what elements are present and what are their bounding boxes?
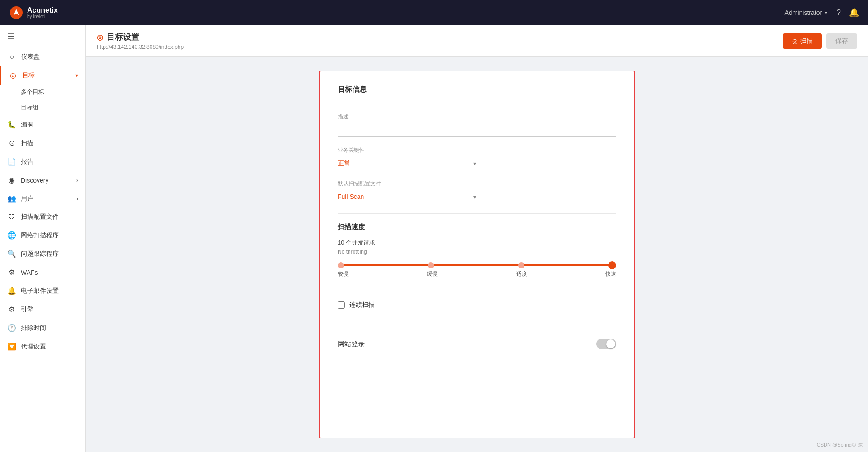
sidebar-label-proxy: 代理设置 — [21, 343, 46, 351]
continuous-scan-checkbox[interactable] — [338, 301, 345, 309]
business-label: 业务关键性 — [338, 146, 616, 154]
top-navigation: Acunetix by Invicti Administrator ▼ ? 🔔 — [0, 0, 868, 25]
continuous-scan-row: 连续扫描 — [338, 297, 616, 314]
description-input[interactable] — [338, 123, 616, 137]
admin-dropdown[interactable]: Administrator ▼ — [785, 9, 828, 16]
sidebar-item-scan[interactable]: ⊙ 扫描 — [0, 134, 85, 152]
acunetix-logo-icon — [9, 5, 24, 20]
sidebar-item-dashboard[interactable]: ○ 仪表盘 — [0, 48, 85, 66]
scan-profile-icon: 🛡 — [7, 213, 16, 221]
engine-icon: ⚙ — [7, 305, 16, 314]
settings-card: 目标信息 描述 业务关键性 低 正常 高 紧急 — [319, 71, 635, 438]
content-area: ◎ 目标设置 http://43.142.140.32:8080/index.p… — [86, 25, 868, 452]
sidebar-item-exclude-time[interactable]: 🕐 排除时间 — [0, 319, 85, 337]
sidebar-item-proxy[interactable]: 🔽 代理设置 — [0, 337, 85, 356]
business-select[interactable]: 低 正常 高 紧急 — [338, 157, 478, 170]
sidebar-item-network-scanner[interactable]: 🌐 网络扫描程序 — [0, 226, 85, 245]
sidebar-label-engine: 引擎 — [21, 306, 33, 314]
sidebar-item-multi-target[interactable]: 多个目标 — [0, 85, 85, 100]
sidebar-item-engine[interactable]: ⚙ 引擎 — [0, 300, 85, 319]
sidebar-item-discovery[interactable]: ◉ Discovery › — [0, 171, 85, 189]
page-url: http://43.142.140.32:8080/index.php — [97, 44, 184, 50]
network-icon: 🌐 — [7, 231, 16, 240]
issue-tracker-icon: 🔍 — [7, 250, 16, 258]
save-button-label: 保存 — [835, 37, 848, 44]
speed-label-slow: 较慢 — [338, 270, 349, 278]
continuous-scan-label: 连续扫描 — [349, 301, 375, 309]
sidebar-label-issue-tracker: 问题跟踪程序 — [21, 250, 59, 258]
page-title: ◎ 目标设置 — [97, 32, 184, 42]
scan-button[interactable]: ◎ 扫描 — [783, 33, 822, 49]
card-section-title: 目标信息 — [338, 85, 616, 94]
sidebar-item-target-group[interactable]: 目标组 — [0, 100, 85, 115]
speed-label-fast: 快速 — [605, 270, 616, 278]
sidebar: ☰ ○ 仪表盘 ◎ 目标 ▾ 多个目标 目标组 🐛 漏洞 ⊙ 扫描 — [0, 25, 86, 452]
scan-profile-field: 默认扫描配置文件 Full Scan High Risk Vulnerabili… — [338, 180, 616, 203]
sidebar-label-report: 报告 — [21, 158, 33, 166]
sidebar-label-exclude-time: 排除时间 — [21, 324, 46, 332]
sidebar-label-scan-profile: 扫描配置文件 — [21, 213, 59, 221]
logo-sub: by Invicti — [27, 14, 58, 19]
toggle-knob — [606, 339, 615, 348]
sidebar-item-users[interactable]: 👥 用户 › — [0, 189, 85, 208]
speed-label-medium-slow: 缓慢 — [427, 270, 438, 278]
sidebar-item-target[interactable]: ◎ 目标 ▾ — [0, 66, 85, 85]
description-field: 描述 — [338, 113, 616, 137]
page-title-text: 目标设置 — [107, 32, 139, 42]
menu-toggle[interactable]: ☰ — [0, 25, 85, 48]
sidebar-label-target-group: 目标组 — [21, 104, 38, 111]
speed-dot-fast[interactable] — [608, 261, 616, 269]
email-icon: 🔔 — [7, 287, 16, 295]
dashboard-icon: ○ — [7, 53, 16, 61]
watermark: CSDN @Spring① 炖 — [817, 442, 863, 448]
speed-slider-container: 较慢 缓慢 适度 快速 — [338, 264, 616, 278]
speed-dot-slow[interactable] — [338, 262, 344, 268]
target-chevron-icon: ▾ — [75, 72, 78, 79]
sidebar-label-dashboard: 仪表盘 — [21, 53, 40, 61]
bell-icon[interactable]: 🔔 — [849, 8, 859, 18]
help-icon[interactable]: ? — [836, 8, 841, 18]
proxy-icon: 🔽 — [7, 342, 16, 351]
admin-chevron-icon: ▼ — [824, 10, 828, 15]
main-layout: ☰ ○ 仪表盘 ◎ 目标 ▾ 多个目标 目标组 🐛 漏洞 ⊙ 扫描 — [0, 25, 868, 452]
scan-button-label: 扫描 — [800, 37, 813, 45]
logo-area: Acunetix by Invicti — [9, 5, 58, 20]
sidebar-label-vuln: 漏洞 — [21, 121, 33, 129]
speed-concurrent-text: 10 个并发请求 — [338, 239, 616, 247]
speed-dot-moderate[interactable] — [518, 262, 524, 268]
website-login-label: 网站登录 — [338, 340, 365, 348]
business-field: 业务关键性 低 正常 高 紧急 ▾ — [338, 146, 616, 170]
discovery-icon: ◉ — [7, 176, 16, 184]
sidebar-item-issue-tracker[interactable]: 🔍 问题跟踪程序 — [0, 245, 85, 263]
users-icon: 👥 — [7, 194, 16, 203]
page-header-left: ◎ 目标设置 http://43.142.140.32:8080/index.p… — [97, 32, 184, 50]
page-header-right: ◎ 扫描 保存 — [783, 33, 857, 49]
speed-label-moderate: 适度 — [516, 270, 527, 278]
scan-profile-select[interactable]: Full Scan High Risk Vulnerabilities XSS … — [338, 190, 478, 203]
users-chevron-icon: › — [76, 196, 78, 202]
business-select-wrapper: 低 正常 高 紧急 ▾ — [338, 157, 478, 170]
sidebar-label-wafs: WAFs — [21, 269, 38, 276]
divider-1 — [338, 104, 616, 104]
sidebar-item-report[interactable]: 📄 报告 — [0, 152, 85, 171]
sidebar-item-vuln[interactable]: 🐛 漏洞 — [0, 115, 85, 134]
website-login-toggle[interactable] — [596, 339, 616, 349]
logo: Acunetix by Invicti — [9, 5, 58, 20]
discovery-chevron-icon: › — [76, 177, 78, 184]
sidebar-item-email-settings[interactable]: 🔔 电子邮件设置 — [0, 282, 85, 300]
slider-labels: 较慢 缓慢 适度 快速 — [338, 270, 616, 278]
topnav-right: Administrator ▼ ? 🔔 — [785, 8, 859, 18]
sidebar-item-wafs[interactable]: ⚙ WAFs — [0, 263, 85, 282]
sidebar-label-users: 用户 — [21, 195, 33, 203]
scan-button-icon: ◎ — [792, 38, 797, 45]
sidebar-label-discovery: Discovery — [21, 177, 48, 184]
sidebar-item-scan-profile[interactable]: 🛡 扫描配置文件 — [0, 208, 85, 226]
admin-name: Administrator — [785, 9, 822, 16]
sidebar-label-multi-target: 多个目标 — [21, 89, 44, 95]
scan-profile-select-wrapper: Full Scan High Risk Vulnerabilities XSS … — [338, 190, 478, 203]
page-body: 目标信息 描述 业务关键性 低 正常 高 紧急 — [86, 57, 868, 452]
sidebar-label-scan: 扫描 — [21, 139, 33, 147]
sidebar-label-target: 目标 — [22, 71, 35, 80]
speed-dot-medium-slow[interactable] — [428, 262, 434, 268]
save-button[interactable]: 保存 — [826, 33, 857, 49]
